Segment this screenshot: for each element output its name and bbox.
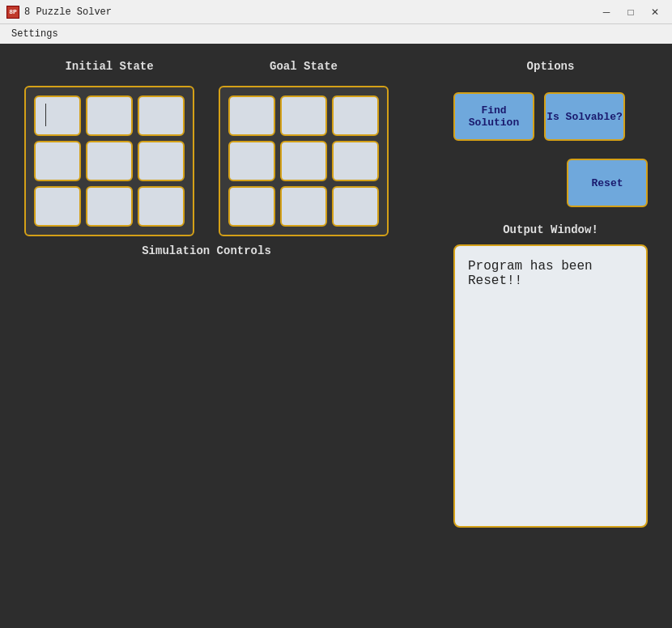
titlebar-left: 8P 8 Puzzle Solver — [6, 6, 112, 19]
goal-cell-6[interactable] — [228, 186, 275, 227]
initial-cell-7[interactable] — [86, 186, 133, 227]
titlebar-controls: ─ □ ✕ — [596, 4, 666, 20]
initial-cell-8[interactable] — [138, 186, 185, 227]
initial-state-title: Initial State — [65, 60, 153, 73]
initial-cell-0[interactable] — [34, 95, 81, 136]
goal-state-grid — [219, 86, 389, 236]
content-area: Initial State Goal Stat — [24, 60, 648, 528]
goal-cell-8[interactable] — [332, 186, 379, 227]
simulation-controls-section: Simulation Controls — [24, 244, 389, 265]
goal-cell-1[interactable] — [280, 95, 327, 136]
output-section: Output Window! Program has been Reset!! — [453, 223, 648, 528]
reset-button[interactable]: Reset — [567, 159, 648, 207]
right-panel: Options Find Solution Is Solvable? Reset… — [453, 60, 648, 528]
menubar: Settings — [0, 24, 672, 44]
output-window-title: Output Window! — [503, 223, 598, 236]
goal-cell-2[interactable] — [332, 95, 379, 136]
goal-cell-5[interactable] — [332, 141, 379, 181]
grids-row: Initial State Goal Stat — [24, 60, 389, 236]
app-icon: 8P — [6, 6, 19, 19]
initial-state-grid — [24, 86, 194, 236]
initial-state-section: Initial State — [24, 60, 194, 236]
close-button[interactable]: ✕ — [644, 4, 666, 20]
goal-state-section: Goal State — [219, 60, 389, 236]
initial-cell-6[interactable] — [34, 186, 81, 227]
options-title: Options — [527, 60, 575, 73]
titlebar: 8P 8 Puzzle Solver ─ □ ✕ — [0, 0, 672, 24]
initial-cell-4[interactable] — [86, 141, 133, 181]
initial-cell-2[interactable] — [138, 95, 185, 136]
goal-cell-7[interactable] — [280, 186, 327, 227]
left-panel: Initial State Goal Stat — [24, 60, 389, 528]
output-window: Program has been Reset!! — [453, 244, 648, 528]
initial-cell-5[interactable] — [138, 141, 185, 181]
titlebar-title: 8 Puzzle Solver — [24, 6, 112, 18]
simulation-controls-title: Simulation Controls — [142, 244, 271, 257]
maximize-button[interactable]: □ — [620, 4, 641, 20]
goal-state-title: Goal State — [270, 60, 338, 73]
find-solution-button[interactable]: Find Solution — [453, 92, 534, 141]
initial-cell-3[interactable] — [34, 141, 81, 181]
goal-cell-4[interactable] — [280, 141, 327, 181]
goal-cell-3[interactable] — [228, 141, 275, 181]
minimize-button[interactable]: ─ — [596, 4, 617, 20]
settings-menu-item[interactable]: Settings — [6, 27, 63, 41]
is-solvable-button[interactable]: Is Solvable? — [544, 92, 625, 141]
options-section: Options Find Solution Is Solvable? Reset — [453, 60, 648, 207]
goal-cell-0[interactable] — [228, 95, 275, 136]
initial-cell-1[interactable] — [86, 95, 133, 136]
main-content: Initial State Goal Stat — [0, 44, 672, 628]
